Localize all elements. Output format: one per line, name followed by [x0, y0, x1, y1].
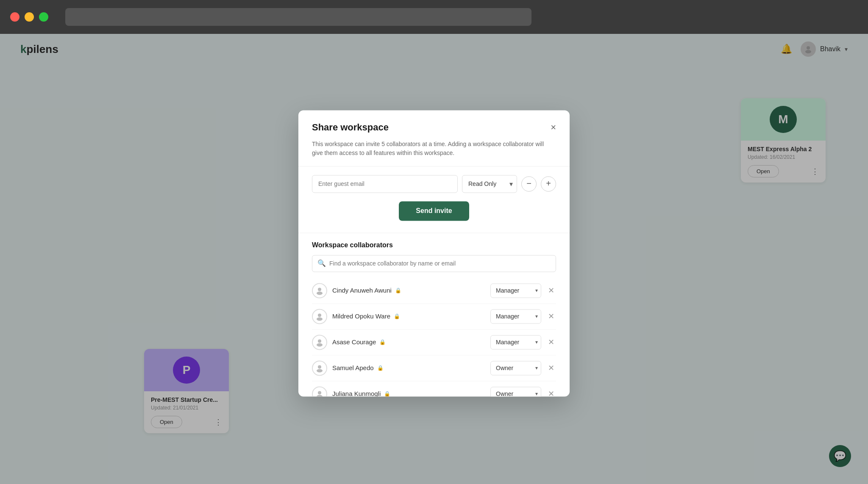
share-workspace-modal: Share workspace × This workspace can inv…	[298, 110, 570, 396]
collaborator-item-5: Juliana Kunmogli 🔒 Owner Manager Read On…	[312, 381, 556, 396]
collaborator-list: Cindy Anuweh Awuni 🔒 Manager Owner Read …	[312, 278, 556, 396]
svg-point-9	[317, 369, 323, 372]
svg-point-4	[318, 313, 321, 317]
modal-description: This workspace can invite 5 collaborator…	[298, 140, 570, 166]
section-divider	[298, 232, 570, 233]
collaborator-role-wrapper-1: Manager Owner Read Only	[490, 283, 541, 298]
collaborator-remove-2[interactable]: ✕	[546, 310, 556, 323]
collaborator-avatar-5	[312, 386, 327, 396]
lock-icon-3: 🔒	[379, 339, 386, 345]
collaborator-role-select-2[interactable]: Manager Owner Read Only	[490, 309, 541, 324]
collaborator-remove-4[interactable]: ✕	[546, 362, 556, 374]
svg-point-11	[317, 395, 323, 396]
traffic-light-yellow[interactable]	[25, 12, 34, 22]
collaborator-name-1: Cindy Anuweh Awuni 🔒	[332, 287, 490, 294]
role-select[interactable]: Read Only Manager Owner	[462, 175, 517, 193]
collaborator-item-4: Samuel Apedo 🔒 Owner Manager Read Only ✕	[312, 355, 556, 381]
role-select-wrapper: Read Only Manager Owner	[462, 175, 517, 193]
collaborators-title: Workspace collaborators	[312, 241, 556, 249]
collaborator-avatar-3	[312, 335, 327, 350]
collaborator-name-5: Juliana Kunmogli 🔒	[332, 390, 490, 396]
collaborator-role-wrapper-2: Manager Owner Read Only	[490, 309, 541, 324]
collaborator-item-1: Cindy Anuweh Awuni 🔒 Manager Owner Read …	[312, 278, 556, 304]
collaborator-remove-1[interactable]: ✕	[546, 284, 556, 297]
collaborator-role-select-4[interactable]: Owner Manager Read Only	[490, 361, 541, 375]
svg-point-2	[318, 288, 321, 291]
modal-divider-top	[298, 166, 570, 166]
collaborators-section: Workspace collaborators 🔍	[298, 241, 570, 396]
collaborator-role-wrapper-5: Owner Manager Read Only	[490, 387, 541, 396]
collaborator-role-select-5[interactable]: Owner Manager Read Only	[490, 387, 541, 396]
collaborator-remove-5[interactable]: ✕	[546, 387, 556, 396]
collaborator-role-select-3[interactable]: Manager Owner Read Only	[490, 335, 541, 349]
svg-point-6	[318, 339, 321, 343]
collaborator-item-2: Mildred Opoku Ware 🔒 Manager Owner Read …	[312, 304, 556, 329]
lock-icon-4: 🔒	[377, 365, 384, 371]
guest-email-input[interactable]	[312, 175, 458, 193]
svg-point-3	[317, 291, 323, 295]
remove-invite-button[interactable]: −	[521, 176, 537, 191]
traffic-lights	[10, 12, 48, 22]
close-modal-button[interactable]: ×	[551, 123, 556, 132]
collaborator-role-select-1[interactable]: Manager Owner Read Only	[490, 283, 541, 298]
traffic-light-green[interactable]	[39, 12, 48, 22]
lock-icon-5: 🔒	[384, 391, 390, 396]
svg-point-5	[317, 317, 323, 321]
collaborator-item-3: Asase Courage 🔒 Manager Owner Read Only …	[312, 329, 556, 355]
collaborator-name-3: Asase Courage 🔒	[332, 338, 490, 346]
app-container: kpilens 🔔 Bhavik ▾ Filter	[0, 34, 868, 484]
collaborator-role-wrapper-3: Manager Owner Read Only	[490, 335, 541, 349]
send-invite-container: Send invite	[298, 201, 570, 232]
collaborator-remove-3[interactable]: ✕	[546, 336, 556, 348]
lock-icon-1: 🔒	[395, 288, 401, 293]
address-bar[interactable]	[65, 8, 531, 26]
svg-point-10	[318, 391, 321, 394]
collaborator-avatar-4	[312, 360, 327, 376]
search-icon: 🔍	[317, 259, 326, 267]
traffic-light-red[interactable]	[10, 12, 19, 22]
collaborator-search-bar: 🔍	[312, 255, 556, 272]
collaborator-search-input[interactable]	[329, 260, 551, 267]
collaborator-avatar-1	[312, 283, 327, 298]
modal-title: Share workspace	[312, 122, 389, 133]
svg-point-8	[318, 365, 321, 368]
collaborator-name-2: Mildred Opoku Ware 🔒	[332, 313, 490, 320]
browser-chrome	[0, 0, 868, 34]
invite-row: Read Only Manager Owner − +	[298, 175, 570, 201]
lock-icon-2: 🔒	[394, 313, 400, 319]
send-invite-button[interactable]: Send invite	[399, 201, 469, 221]
svg-point-7	[317, 343, 323, 346]
collaborator-avatar-2	[312, 309, 327, 324]
modal-header: Share workspace ×	[298, 110, 570, 140]
add-invite-button[interactable]: +	[541, 176, 556, 191]
collaborator-name-4: Samuel Apedo 🔒	[332, 364, 490, 371]
collaborator-role-wrapper-4: Owner Manager Read Only	[490, 361, 541, 375]
